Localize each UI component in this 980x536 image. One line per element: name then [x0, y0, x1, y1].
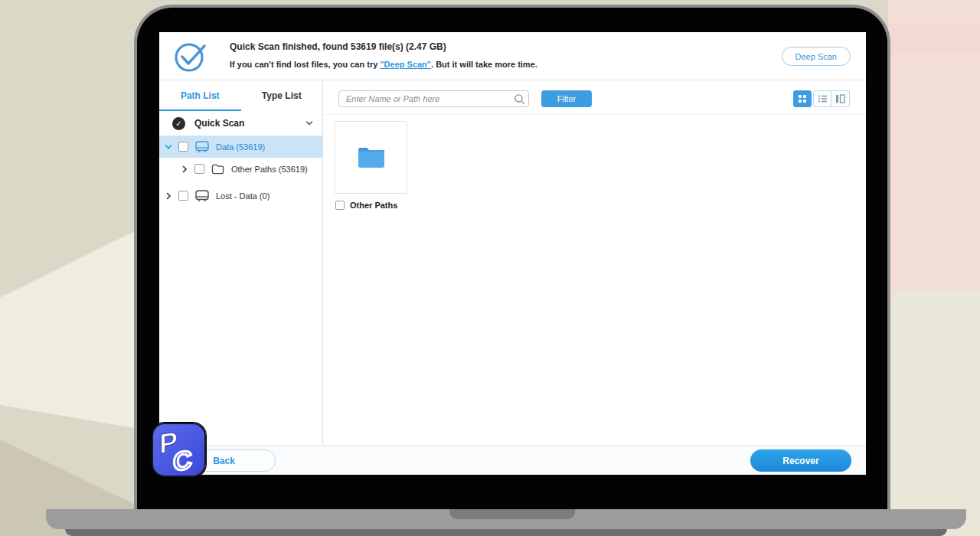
scan-hint-text: If you can't find lost files, you can tr… — [230, 60, 537, 69]
scan-result-header: Quick Scan finished, found 53619 file(s)… — [159, 32, 866, 80]
drive-icon — [195, 190, 209, 201]
checkbox[interactable] — [178, 191, 188, 201]
tab-type-list[interactable]: Type List — [241, 80, 323, 111]
chevron-right-icon[interactable] — [165, 192, 172, 200]
drive-icon — [195, 141, 209, 152]
toolbar: Filter — [323, 80, 866, 115]
tree-row-other-paths[interactable]: Other Paths (53619) — [159, 158, 322, 180]
chevron-down-icon[interactable] — [305, 119, 313, 127]
column-view-icon[interactable] — [831, 90, 850, 107]
background-shape — [888, 291, 980, 536]
sidebar-tabs: Path List Type List — [159, 80, 322, 111]
filter-button[interactable]: Filter — [541, 90, 592, 107]
file-item-other-paths[interactable] — [335, 121, 407, 194]
scan-done-icon: ✓ — [172, 117, 185, 130]
tree-item-label: Other Paths (53619) — [231, 165, 308, 174]
scan-root-row[interactable]: ✓ Quick Scan — [159, 111, 322, 136]
pc-brand-logo: P C — [152, 423, 206, 477]
background-shape — [888, 23, 980, 54]
search-icon[interactable] — [513, 93, 528, 105]
view-toggle-group — [793, 90, 850, 107]
chevron-down-icon[interactable] — [165, 143, 172, 151]
app-window: Quick Scan finished, found 53619 file(s)… — [159, 32, 866, 475]
grid-view-icon[interactable] — [793, 90, 812, 107]
file-item-caption: Other Paths — [335, 201, 397, 210]
checkbox[interactable] — [335, 201, 345, 210]
tree-row-data[interactable]: Data (53619) — [159, 136, 322, 158]
background-shape — [0, 230, 138, 429]
scan-complete-icon — [173, 39, 208, 74]
footer-bar: Back Recover — [159, 445, 866, 475]
file-browser-pane: Filter — [323, 80, 866, 445]
laptop-base — [46, 509, 966, 529]
sidebar: Path List Type List ✓ Quick Scan Data (5… — [159, 80, 323, 445]
scan-root-label: Quick Scan — [194, 118, 305, 129]
hint-suffix: . But it will take more time. — [431, 60, 537, 69]
deep-scan-link[interactable]: "Deep Scan" — [380, 60, 431, 69]
tab-path-list[interactable]: Path List — [159, 80, 241, 111]
checkbox[interactable] — [178, 142, 188, 152]
hint-prefix: If you can't find lost files, you can tr… — [230, 60, 380, 69]
deep-scan-button[interactable]: Deep Scan — [782, 47, 851, 66]
search-box — [338, 90, 529, 107]
file-item-label: Other Paths — [350, 201, 397, 210]
checkbox[interactable] — [194, 164, 204, 174]
tree-row-lost-data[interactable]: Lost - Data (0) — [159, 185, 322, 207]
scan-summary-text: Quick Scan finished, found 53619 file(s)… — [230, 41, 537, 52]
chevron-right-icon[interactable] — [181, 165, 188, 173]
list-view-icon[interactable] — [813, 90, 831, 107]
search-input[interactable] — [339, 91, 513, 106]
file-grid: Other Paths — [323, 115, 866, 445]
laptop-base-bottom — [65, 529, 947, 536]
tree-item-label: Data (53619) — [216, 142, 265, 152]
logo-letters: P C — [159, 424, 192, 476]
svg-text:C: C — [173, 444, 192, 476]
folder-icon — [211, 164, 224, 175]
folder-icon — [356, 145, 387, 170]
recover-button[interactable]: Recover — [750, 449, 851, 472]
laptop-lid-notch — [449, 509, 575, 519]
tree-item-label: Lost - Data (0) — [216, 191, 270, 201]
